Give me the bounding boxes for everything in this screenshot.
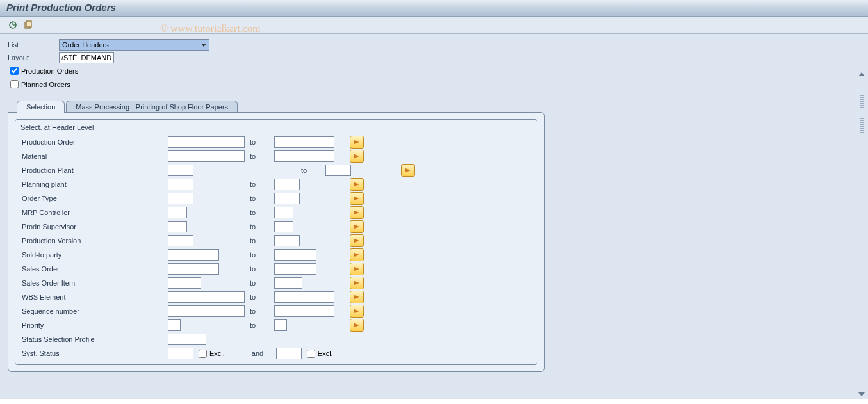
priority-to[interactable] bbox=[274, 319, 287, 331]
production-version-from[interactable] bbox=[168, 235, 193, 246]
multi-selection-button[interactable] bbox=[350, 234, 364, 247]
sequence-number-label: Sequence number bbox=[20, 307, 168, 315]
to-label: to bbox=[245, 279, 274, 287]
sales-order-label: Sales Order bbox=[20, 265, 168, 273]
to-label: to bbox=[245, 307, 274, 315]
to-label: to bbox=[245, 138, 274, 146]
list-dropdown[interactable]: Order Headers bbox=[59, 39, 209, 51]
group-title: Select. at Header Level bbox=[20, 124, 532, 131]
sold-to-party-from[interactable] bbox=[168, 249, 219, 261]
sales-order-item-from[interactable] bbox=[168, 277, 201, 289]
layout-input[interactable] bbox=[59, 52, 114, 63]
excl-label-1: Excl. bbox=[209, 350, 225, 357]
sales-order-item-to[interactable] bbox=[274, 277, 302, 289]
wbs-element-label: WBS Element bbox=[20, 293, 168, 301]
to-label: to bbox=[245, 251, 274, 259]
multi-selection-button[interactable] bbox=[350, 178, 364, 191]
planning-plant-label: Planning plant bbox=[20, 181, 168, 188]
multi-selection-button[interactable] bbox=[350, 136, 364, 149]
main-area: List Order Headers Layout Production Ord… bbox=[0, 34, 868, 399]
sequence-number-to[interactable] bbox=[274, 305, 334, 317]
syst-status-label: Syst. Status bbox=[20, 350, 168, 357]
prodn-supervisor-from[interactable] bbox=[168, 221, 187, 232]
production-orders-checkbox[interactable] bbox=[10, 67, 19, 75]
variant-icon[interactable] bbox=[22, 19, 35, 31]
and-label: and bbox=[247, 350, 276, 357]
production-plant-from[interactable] bbox=[168, 165, 193, 176]
mrp-controller-label: MRP Controller bbox=[20, 209, 168, 216]
svg-rect-4 bbox=[26, 21, 31, 27]
priority-label: Priority bbox=[20, 321, 168, 329]
status-selection-profile-label: Status Selection Profile bbox=[20, 335, 168, 343]
syst-status-2[interactable] bbox=[276, 348, 302, 359]
vertical-scrollbar[interactable] bbox=[856, 72, 867, 396]
multi-selection-button[interactable] bbox=[350, 291, 364, 303]
sequence-number-from[interactable] bbox=[168, 305, 245, 317]
sales-order-from[interactable] bbox=[168, 263, 219, 275]
production-order-to[interactable] bbox=[274, 136, 334, 148]
execute-icon[interactable] bbox=[6, 19, 19, 31]
excl-checkbox-2[interactable] bbox=[307, 350, 315, 358]
production-version-label: Production Version bbox=[20, 237, 168, 245]
planning-plant-from[interactable] bbox=[168, 179, 193, 190]
order-type-to[interactable] bbox=[274, 193, 300, 204]
multi-selection-button[interactable] bbox=[350, 319, 364, 332]
list-label: List bbox=[8, 41, 59, 49]
multi-selection-button[interactable] bbox=[350, 220, 364, 233]
to-label: to bbox=[245, 293, 274, 301]
to-label: to bbox=[245, 195, 274, 202]
sales-order-item-label: Sales Order Item bbox=[20, 279, 168, 287]
tab-mass-processing[interactable]: Mass Processing - Printing of Shop Floor… bbox=[66, 101, 238, 113]
excl-label-2: Excl. bbox=[318, 350, 333, 357]
wbs-element-to[interactable] bbox=[274, 291, 334, 303]
multi-selection-button[interactable] bbox=[350, 206, 364, 219]
status-selection-profile-input[interactable] bbox=[168, 334, 206, 345]
planning-plant-to[interactable] bbox=[274, 179, 300, 190]
to-label: to bbox=[296, 166, 325, 174]
multi-selection-button[interactable] bbox=[350, 263, 364, 275]
to-label: to bbox=[245, 181, 274, 188]
syst-status-1[interactable] bbox=[168, 348, 193, 359]
material-to[interactable] bbox=[274, 150, 334, 162]
header-level-group: Select. at Header Level Production Order… bbox=[15, 119, 537, 365]
order-type-from[interactable] bbox=[168, 193, 193, 204]
production-version-to[interactable] bbox=[274, 235, 300, 246]
excl-checkbox-1[interactable] bbox=[199, 350, 207, 358]
to-label: to bbox=[245, 152, 274, 160]
wbs-element-from[interactable] bbox=[168, 291, 245, 303]
material-label: Material bbox=[20, 152, 168, 160]
tab-selection[interactable]: Selection bbox=[17, 101, 65, 113]
scroll-down-icon[interactable] bbox=[858, 392, 865, 396]
multi-selection-button[interactable] bbox=[350, 150, 364, 163]
material-from[interactable] bbox=[168, 150, 245, 162]
prodn-supervisor-to[interactable] bbox=[274, 221, 293, 232]
production-plant-label: Production Plant bbox=[20, 166, 168, 174]
priority-from[interactable] bbox=[168, 319, 181, 331]
multi-selection-button[interactable] bbox=[350, 277, 364, 289]
chevron-down-icon bbox=[201, 44, 206, 47]
sold-to-party-to[interactable] bbox=[274, 249, 316, 261]
production-plant-to[interactable] bbox=[325, 165, 351, 176]
page-title: Print Production Orders bbox=[0, 0, 868, 17]
mrp-controller-from[interactable] bbox=[168, 207, 187, 218]
scroll-up-icon[interactable] bbox=[858, 72, 865, 76]
to-label: to bbox=[245, 237, 274, 245]
multi-selection-button[interactable] bbox=[401, 164, 415, 177]
tab-body: Select. at Header Level Production Order… bbox=[8, 112, 545, 372]
multi-selection-button[interactable] bbox=[350, 305, 364, 318]
production-order-from[interactable] bbox=[168, 136, 245, 148]
to-label: to bbox=[245, 223, 274, 230]
layout-label: Layout bbox=[8, 54, 59, 61]
to-label: to bbox=[245, 321, 274, 329]
planned-orders-checkbox[interactable] bbox=[10, 80, 19, 88]
mrp-controller-to[interactable] bbox=[274, 207, 293, 218]
order-type-label: Order Type bbox=[20, 195, 168, 202]
multi-selection-button[interactable] bbox=[350, 248, 364, 261]
production-orders-label: Production Orders bbox=[21, 67, 78, 75]
scroll-grip-icon[interactable] bbox=[860, 95, 864, 134]
sold-to-party-label: Sold-to party bbox=[20, 251, 168, 259]
multi-selection-button[interactable] bbox=[350, 192, 364, 205]
prodn-supervisor-label: Prodn Supervisor bbox=[20, 223, 168, 230]
list-value: Order Headers bbox=[62, 41, 109, 49]
sales-order-to[interactable] bbox=[274, 263, 316, 275]
